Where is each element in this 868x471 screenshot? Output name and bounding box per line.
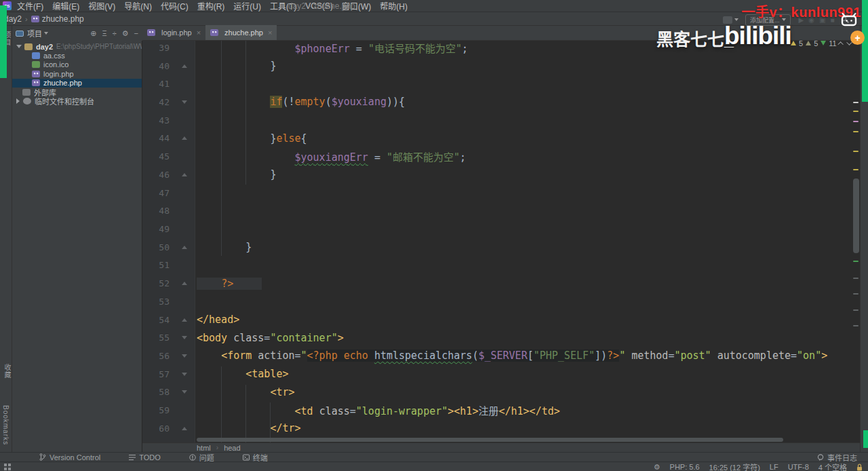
fold-marker-icon[interactable]: [182, 64, 187, 68]
code-line-59[interactable]: 59 <td class="login-wrapper"><h1>注册</h1>…: [142, 401, 852, 419]
tree-item-day2[interactable]: day2E:\phpStudy\PHPTutorial\WWW\day2: [12, 42, 142, 51]
fold-column[interactable]: [178, 427, 197, 430]
chevron-down-icon[interactable]: [16, 45, 22, 48]
interpreter-gear-icon[interactable]: ⚙: [654, 463, 660, 471]
menu-item[interactable]: 帮助(H): [380, 0, 408, 12]
code-editor[interactable]: 39 $phoneErr = "电话号码不能为空";40 }4142 if(!e…: [142, 41, 860, 442]
lock-icon[interactable]: [856, 464, 863, 471]
error-stripe-mark[interactable]: [853, 261, 859, 262]
vertical-scrollbar[interactable]: [853, 178, 859, 253]
hide-panel-icon[interactable]: −: [134, 29, 138, 37]
error-stripe-mark[interactable]: [853, 102, 859, 103]
fold-column[interactable]: [178, 173, 197, 176]
error-stripe-mark[interactable]: [853, 111, 859, 112]
tree-item-login.php[interactable]: login.php: [12, 69, 142, 78]
code-line-57[interactable]: 57 <table>: [142, 365, 852, 383]
code-line-49[interactable]: 49: [142, 220, 852, 238]
fold-marker-icon[interactable]: [182, 100, 187, 104]
code-line-40[interactable]: 40 }: [142, 57, 852, 75]
error-stripe-mark[interactable]: [853, 151, 859, 152]
close-icon[interactable]: ×: [268, 29, 272, 37]
fold-marker-icon[interactable]: [182, 246, 187, 249]
php-version[interactable]: PHP: 5.6: [670, 463, 700, 471]
menu-item[interactable]: 重构(R): [197, 0, 225, 12]
menu-item[interactable]: 导航(N): [124, 0, 152, 12]
menu-item[interactable]: 视图(V): [88, 0, 115, 12]
code-line-53[interactable]: 53: [142, 293, 852, 311]
fold-marker-icon[interactable]: [182, 173, 187, 176]
fold-marker-icon[interactable]: [182, 136, 187, 140]
locate-file-icon[interactable]: ⊕: [90, 29, 96, 38]
fold-column[interactable]: [178, 354, 197, 358]
tree-item-临时文件和控制台[interactable]: 临时文件和控制台: [12, 96, 142, 105]
chevron-down-icon[interactable]: [44, 32, 48, 35]
fold-column[interactable]: [178, 282, 197, 285]
error-stripe-mark[interactable]: [853, 309, 859, 311]
tree-item-zhuche.php[interactable]: zhuche.php: [12, 79, 142, 88]
code-line-56[interactable]: 56 <form action="<?php echo htmlspecialc…: [142, 347, 852, 365]
fold-column[interactable]: [178, 336, 197, 339]
editor-breadcrumb[interactable]: html: [197, 444, 211, 452]
tree-item-外部库[interactable]: 外部库: [12, 88, 142, 96]
code-line-42[interactable]: 42 if(!empty($youxiang)){: [142, 93, 852, 111]
prev-issue-icon[interactable]: [837, 41, 843, 47]
line-ending[interactable]: LF: [770, 463, 778, 471]
tab-zhuche.php[interactable]: zhuche.php×: [205, 25, 277, 40]
event-log-button[interactable]: 事件日志: [817, 453, 857, 462]
fold-marker-icon[interactable]: [182, 336, 187, 339]
menu-item[interactable]: 文件(F): [17, 0, 43, 12]
fold-column[interactable]: [178, 100, 197, 104]
error-stripe-mark[interactable]: [853, 169, 859, 170]
expand-all-icon[interactable]: ÷: [113, 29, 117, 37]
inspection-widget[interactable]: 5 5 11: [791, 39, 850, 48]
fold-column[interactable]: [178, 373, 197, 376]
horizontal-scrollbar[interactable]: [197, 438, 783, 442]
error-stripe-mark[interactable]: [853, 293, 859, 295]
tool-window-switcher-icon[interactable]: [4, 464, 11, 470]
fold-column[interactable]: [178, 136, 197, 140]
fold-marker-icon[interactable]: [182, 282, 187, 285]
code-line-46[interactable]: 46 }: [142, 166, 852, 184]
close-icon[interactable]: ×: [197, 29, 201, 37]
fold-column[interactable]: [178, 64, 197, 68]
code-line-60[interactable]: 60 </tr>: [142, 419, 852, 438]
code-line-54[interactable]: 54</head>: [142, 311, 852, 329]
fold-marker-icon[interactable]: [182, 390, 187, 394]
project-panel-title[interactable]: 项目: [27, 28, 42, 39]
code-line-52[interactable]: 52 ?>: [142, 274, 852, 293]
tool-stripe-favorites[interactable]: 收藏: [2, 364, 12, 379]
fold-marker-icon[interactable]: [182, 354, 187, 358]
menu-item[interactable]: 代码(C): [161, 0, 189, 12]
breadcrumb-item[interactable]: zhuche.php: [42, 14, 84, 24]
code-line-44[interactable]: 44 }else{: [142, 130, 852, 148]
error-stripe-mark[interactable]: [853, 131, 859, 132]
fold-marker-icon[interactable]: [182, 427, 187, 430]
fold-column[interactable]: [178, 318, 197, 322]
tool-stripe-bookmarks[interactable]: Bookmarks: [2, 405, 9, 445]
fold-marker-icon[interactable]: [182, 373, 187, 376]
error-stripe-mark[interactable]: [853, 121, 859, 122]
code-line-41[interactable]: 41: [142, 75, 852, 93]
error-stripe-mark[interactable]: [853, 278, 859, 279]
code-line-47[interactable]: 47: [142, 184, 852, 202]
code-line-43[interactable]: 43: [142, 111, 852, 130]
caret-position[interactable]: 16:25 (12 字符): [709, 461, 760, 471]
code-line-58[interactable]: 58 <tr>: [142, 383, 852, 402]
collapse-all-icon[interactable]: Ξ: [102, 29, 106, 37]
chevron-right-icon[interactable]: [16, 98, 20, 104]
code-line-50[interactable]: 50 }: [142, 238, 852, 257]
code-line-45[interactable]: 45 $youxiangErr = "邮箱不能为空";: [142, 147, 852, 166]
error-stripe-mark[interactable]: [853, 325, 859, 326]
gear-icon[interactable]: ⚙: [122, 29, 129, 38]
fold-marker-icon[interactable]: [182, 318, 187, 322]
code-line-48[interactable]: 48: [142, 202, 852, 220]
code-line-55[interactable]: 55<body class="container">: [142, 328, 852, 347]
fold-column[interactable]: [178, 246, 197, 249]
fold-column[interactable]: [178, 390, 197, 394]
code-line-51[interactable]: 51: [142, 257, 852, 275]
editor-breadcrumb[interactable]: head: [224, 444, 240, 452]
tree-item-aa.css[interactable]: aa.css: [12, 51, 142, 60]
file-encoding[interactable]: UTF-8: [788, 463, 809, 471]
tree-item-icon.ico[interactable]: icon.ico: [12, 60, 142, 69]
indent-setting[interactable]: 4 个空格: [818, 461, 847, 471]
